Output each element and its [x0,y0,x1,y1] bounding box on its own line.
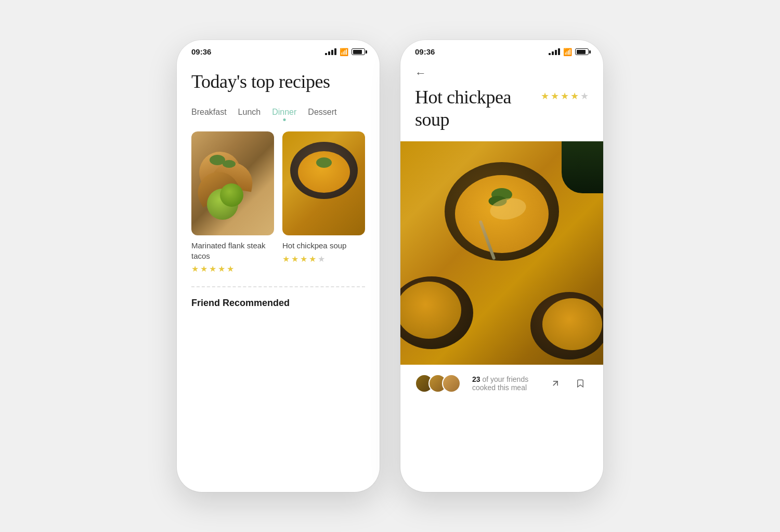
status-icons-2: 📶 [549,48,589,56]
signal-bar-1 [325,53,327,55]
star-2: ★ [200,264,207,274]
recipe-card-soup[interactable]: Hot chickpea soup ★ ★ ★ ★ ★ [282,131,365,274]
signal-icon-2 [549,48,560,55]
soup-star-3: ★ [300,254,307,264]
signal-bar-6 [552,51,554,55]
detail-star-4: ★ [570,90,579,102]
time-2: 09:36 [415,47,435,56]
detail-star-5: ★ [580,90,589,102]
share-icon[interactable] [547,375,564,392]
action-icons [547,375,589,392]
divider-1 [191,286,365,287]
friends-description: of your friends cooked this meal [472,375,528,392]
section-friend-recommended: Friend Recommended [191,298,365,309]
detail-star-3: ★ [561,90,569,102]
chickpea-bg-small [282,131,365,235]
tab-dinner[interactable]: Dinner [272,108,296,119]
star-1: ★ [191,264,199,274]
bookmark-icon[interactable] [572,375,589,392]
recipe-cards: Marinated flank steak tacos ★ ★ ★ ★ ★ [191,131,365,274]
wifi-icon-2: 📶 [563,48,572,56]
detail-stars: ★ ★ ★ ★ ★ [541,86,589,102]
back-button[interactable]: ← [400,60,603,86]
tab-breakfast[interactable]: Breakfast [191,108,227,119]
signal-icon-1 [325,48,336,55]
phones-container: 09:36 📶 Today's top recipes Breakfast [156,19,624,513]
phone1-content: Today's top recipes Breakfast Lunch Dinn… [177,60,380,492]
tacos-image [191,131,274,235]
signal-bar-3 [331,50,333,55]
wifi-icon-1: 📶 [340,48,348,56]
category-tabs: Breakfast Lunch Dinner Dessert [191,108,365,119]
time-1: 09:36 [191,47,211,56]
herb-3 [316,157,332,168]
avatar-3 [442,374,461,393]
soup-bg-large [400,141,603,365]
soup-image-small [282,131,365,235]
star-5: ★ [227,264,234,274]
plant-decoration [562,141,603,193]
signal-bar-7 [555,50,557,55]
signal-bar-4 [334,48,336,55]
friends-bar: 23 of your friends cooked this meal [400,365,603,402]
soup-star-5: ★ [318,254,325,264]
battery-icon-1 [352,48,365,55]
page-title-1: Today's top recipes [191,71,365,93]
tacos-bg [191,131,274,235]
phone-list: 09:36 📶 Today's top recipes Breakfast [177,40,380,492]
signal-bar-5 [549,53,551,55]
star-3: ★ [209,264,216,274]
friend-avatars [415,374,456,393]
star-4: ★ [218,264,225,274]
tab-lunch[interactable]: Lunch [238,108,261,119]
recipe-detail-title: Hot chickpea soup [415,86,541,131]
tacos-stars: ★ ★ ★ ★ ★ [191,264,274,274]
signal-bar-2 [328,51,330,55]
detail-star-2: ★ [551,90,559,102]
friends-text: 23 of your friends cooked this meal [472,375,540,392]
signal-bar-8 [558,48,560,55]
battery-icon-2 [575,48,589,55]
lime-2 [220,183,243,207]
soup-star-4: ★ [309,254,316,264]
status-bar-1: 09:36 📶 [177,40,380,60]
phone-detail: 09:36 📶 ← Hot chickpea soup [400,40,603,492]
battery-fill-2 [577,50,586,54]
tacos-name: Marinated flank steak tacos [191,241,274,261]
soup-star-1: ★ [282,254,290,264]
friends-count: 23 [472,375,480,383]
detail-star-1: ★ [541,90,549,102]
svg-line-0 [553,381,557,385]
status-icons-1: 📶 [325,48,365,56]
status-bar-2: 09:36 📶 [400,40,603,60]
large-recipe-image [400,141,603,365]
recipe-title-line2: soup [415,109,449,130]
recipe-card-tacos[interactable]: Marinated flank steak tacos ★ ★ ★ ★ ★ [191,131,274,274]
battery-fill-1 [353,50,362,54]
soup-stars-small: ★ ★ ★ ★ ★ [282,254,365,264]
soup-name-small: Hot chickpea soup [282,241,365,251]
soup-fill-3 [542,298,602,350]
recipe-title-line1: Hot chickpea [415,87,511,108]
soup-star-2: ★ [291,254,298,264]
tab-dessert[interactable]: Dessert [308,108,336,119]
recipe-detail-header: Hot chickpea soup ★ ★ ★ ★ ★ [400,86,603,131]
